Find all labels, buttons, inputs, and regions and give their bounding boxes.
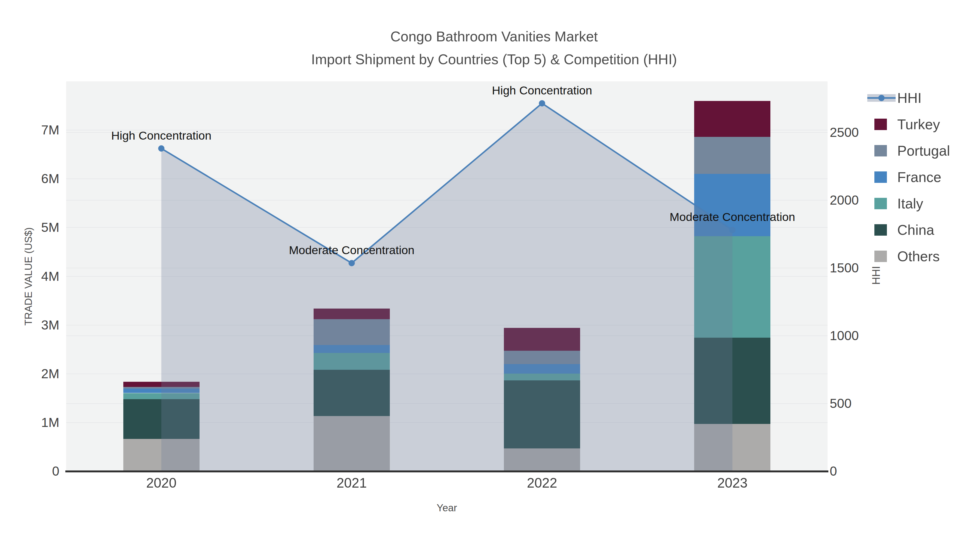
legend-swatch-france-icon bbox=[874, 171, 887, 183]
legend-item-china[interactable]: China bbox=[867, 219, 976, 241]
legend-item-portugal[interactable]: Portugal bbox=[867, 140, 976, 162]
y-left-axis-title: TRADE VALUE (US$) bbox=[24, 227, 33, 326]
x-axis-title: Year bbox=[437, 503, 457, 513]
y-left-tick-label: 2M bbox=[0, 367, 59, 380]
x-axis-line bbox=[65, 470, 828, 472]
y-right-tick-label: 0 bbox=[830, 465, 837, 478]
hhi-marker-2020[interactable] bbox=[158, 145, 164, 152]
y-right-tick-label: 1000 bbox=[830, 329, 859, 342]
legend-label-others: Others bbox=[897, 249, 940, 264]
x-tick-label-2020: 2020 bbox=[146, 476, 177, 490]
annotation-2020: High Concentration bbox=[111, 130, 212, 141]
y-left-tick-label: 0 bbox=[0, 465, 59, 478]
chart-title: Congo Bathroom Vanities Market bbox=[8, 29, 980, 43]
legend-item-others[interactable]: Others bbox=[867, 245, 976, 267]
hhi-fill-area bbox=[161, 103, 733, 471]
legend-swatch-italy-icon bbox=[874, 198, 887, 209]
y-left-tick-label: 6M bbox=[0, 172, 59, 185]
legend-swatch-turkey-icon bbox=[874, 119, 887, 130]
legend-swatch-portugal-icon bbox=[874, 145, 887, 156]
legend-swatch-others-icon bbox=[874, 251, 887, 262]
legend-label-portugal: Portugal bbox=[897, 144, 950, 158]
hhi-marker-2023[interactable] bbox=[729, 227, 735, 233]
y-right-tick-label: 2000 bbox=[830, 194, 859, 207]
legend-label-turkey: Turkey bbox=[897, 117, 940, 132]
legend-item-hhi[interactable]: HHI bbox=[867, 87, 976, 109]
chart-figure: High ConcentrationModerate Concentration… bbox=[0, 0, 980, 551]
annotation-2021: Moderate Concentration bbox=[289, 244, 414, 256]
x-tick-label-2022: 2022 bbox=[527, 476, 557, 490]
y-right-axis-title: HHI bbox=[870, 266, 881, 285]
legend-item-france[interactable]: France bbox=[867, 166, 976, 188]
x-tick-label-2023: 2023 bbox=[717, 476, 748, 490]
hhi-marker-2021[interactable] bbox=[348, 260, 355, 266]
y-right-tick-label: 2500 bbox=[830, 126, 859, 139]
legend-item-italy[interactable]: Italy bbox=[867, 193, 976, 214]
legend-item-turkey[interactable]: Turkey bbox=[867, 113, 976, 135]
legend-label-italy: Italy bbox=[897, 197, 923, 211]
legend-swatch-china-icon bbox=[874, 224, 887, 236]
hhi-legend-marker-icon bbox=[878, 95, 885, 101]
y-left-tick-label: 1M bbox=[0, 416, 59, 429]
legend-label-hhi: HHI bbox=[897, 91, 922, 105]
legend-label-china: China bbox=[897, 223, 934, 237]
y-right-tick-label: 1500 bbox=[830, 262, 859, 275]
chart-subtitle: Import Shipment by Countries (Top 5) & C… bbox=[8, 52, 980, 67]
x-tick-label-2021: 2021 bbox=[336, 476, 367, 490]
legend-label-france: France bbox=[897, 170, 941, 184]
annotation-2022: High Concentration bbox=[492, 84, 592, 96]
y-right-tick-label: 500 bbox=[830, 397, 851, 410]
y-left-tick-label: 7M bbox=[0, 124, 59, 137]
annotation-2023: Moderate Concentration bbox=[670, 211, 795, 222]
hhi-marker-2022[interactable] bbox=[539, 100, 545, 106]
